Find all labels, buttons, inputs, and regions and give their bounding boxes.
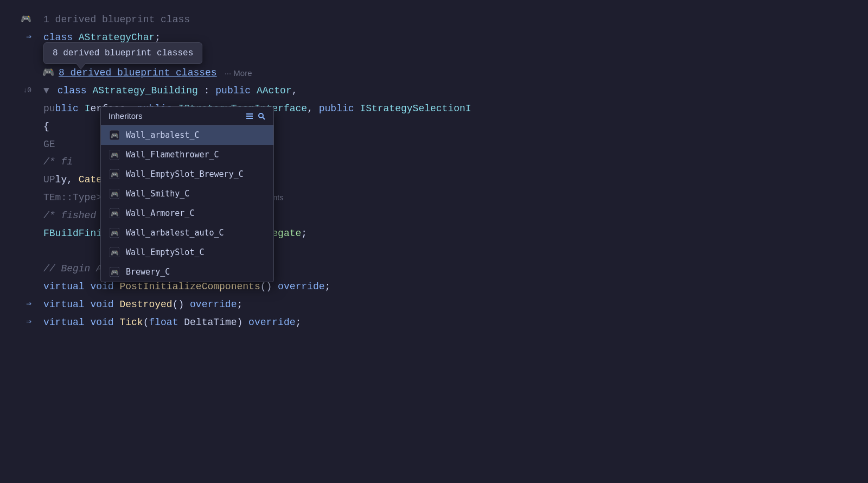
dropdown-item-5[interactable]: 🎮 Wall_arbalest_auto_C bbox=[101, 223, 273, 243]
dropdown-item-1[interactable]: 🎮 Wall_Flamethrower_C bbox=[101, 145, 273, 164]
dropdown-item-label-0: Wall_arbalest_C bbox=[126, 130, 199, 140]
blic-kw: blic bbox=[55, 103, 85, 114]
bp-icon-3: 🎮 bbox=[108, 188, 120, 200]
class-keyword-1: class bbox=[43, 32, 79, 43]
ge-partial: GE bbox=[43, 139, 55, 150]
dropdown-item-label-2: Wall_EmptySlot_Brewery_C bbox=[126, 169, 244, 179]
svg-text:🎮: 🎮 bbox=[111, 249, 119, 257]
svg-rect-1 bbox=[246, 116, 253, 117]
open-brace: { bbox=[43, 121, 49, 132]
te-partial: TE bbox=[43, 190, 55, 206]
dropdown-item-0[interactable]: 🎮 Wall_arbalest_C bbox=[101, 125, 273, 145]
bp-icon-0: 🎮 bbox=[108, 129, 120, 141]
gutter-virtual3: ⇒ bbox=[0, 315, 38, 329]
gutter-1: 🎮 bbox=[0, 13, 38, 27]
arrow-right-icon-2: ⇒ bbox=[26, 297, 31, 312]
override-kw-2: override bbox=[190, 299, 237, 310]
code-line-link[interactable]: 🎮 8 derived blueprint classes ··· More bbox=[0, 64, 868, 82]
func-name-2: Destroyed bbox=[119, 299, 172, 310]
tooltip-text: 8 derived blueprint classes bbox=[53, 48, 193, 58]
func-parens-1: () bbox=[260, 281, 278, 292]
dropdown-header: Inheritors bbox=[101, 107, 273, 125]
list-icon bbox=[245, 112, 254, 120]
func-name-1: PostInitializeComponents bbox=[119, 281, 260, 292]
svg-text:🎮: 🎮 bbox=[111, 209, 119, 218]
bp-icon-2: 🎮 bbox=[108, 168, 120, 180]
svg-text:🎮: 🎮 bbox=[111, 131, 119, 139]
search-icon[interactable] bbox=[257, 112, 266, 120]
svg-text:🎮: 🎮 bbox=[111, 229, 119, 237]
bp-icon-1: 🎮 bbox=[108, 149, 120, 161]
void-kw-2: void bbox=[90, 299, 119, 310]
virtual-kw-2: virtual bbox=[43, 299, 90, 310]
func-parens-3a: ( bbox=[143, 317, 149, 328]
dropdown-item-6[interactable]: 🎮 Wall_EmptySlot_C bbox=[101, 243, 273, 262]
svg-point-3 bbox=[259, 113, 263, 118]
link-row-content: 🎮 8 derived blueprint classes ··· More bbox=[38, 65, 868, 81]
func-parens-2: () bbox=[173, 299, 190, 310]
blueprint-gutter-icon-1: 🎮 bbox=[21, 13, 31, 27]
class-name-2: AStrategy_Building bbox=[92, 85, 197, 96]
void-kw-3: void bbox=[90, 317, 119, 328]
dropdown-item-label-5: Wall_arbalest_auto_C bbox=[126, 228, 224, 238]
gutter-virtual2: ⇒ bbox=[0, 297, 38, 312]
virtual-kw-1: virtual bbox=[43, 281, 90, 292]
fold-arrow[interactable]: ▼ bbox=[43, 85, 49, 96]
blueprint-class-icon-1: 🎮 bbox=[110, 150, 119, 160]
dropdown-item-label-6: Wall_EmptySlot_C bbox=[126, 247, 205, 257]
blueprint-class-icon-3: 🎮 bbox=[110, 189, 119, 199]
arrow-right-icon-3: ⇒ bbox=[26, 315, 31, 329]
code-line-4: ↓0 ▼ class AStrategy_Building : public A… bbox=[0, 82, 868, 100]
blueprint-icon-link: 🎮 bbox=[43, 68, 53, 78]
blueprint-class-icon-4: 🎮 bbox=[110, 208, 119, 218]
dropdown-item-label-7: Brewery_C bbox=[126, 267, 170, 277]
semi-virtual2: ; bbox=[237, 299, 242, 310]
svg-line-4 bbox=[263, 117, 265, 119]
delta-param: DeltaTime) bbox=[184, 317, 248, 328]
func-name-3: Tick bbox=[119, 317, 143, 328]
dropdown-header-icons bbox=[245, 112, 266, 120]
dropdown-item-label-3: Wall_Smithy_C bbox=[126, 189, 189, 199]
class-name-1: AStrategyChar bbox=[79, 32, 155, 43]
te-type: m::Type> bbox=[55, 190, 102, 206]
down-0-icon: ↓0 bbox=[23, 85, 31, 97]
public-kw-3: public bbox=[319, 103, 360, 114]
delegate-semi: ; bbox=[301, 228, 307, 239]
blueprint-class-icon-0: 🎮 bbox=[110, 130, 119, 140]
dropdown-item-2[interactable]: 🎮 Wall_EmptySlot_Brewery_C bbox=[101, 164, 273, 184]
override-kw-1: override bbox=[278, 281, 324, 292]
bp-icon-6: 🎮 bbox=[108, 246, 120, 258]
line1-count: 1 derived blueprint class bbox=[43, 14, 190, 25]
svg-text:🎮: 🎮 bbox=[111, 170, 119, 179]
bp-icon-7: 🎮 bbox=[108, 266, 120, 278]
interface1: I bbox=[85, 103, 91, 114]
tooltip-box: 8 derived blueprint classes bbox=[43, 42, 202, 64]
dropdown-item-7[interactable]: 🎮 Brewery_C bbox=[101, 262, 273, 282]
code-line-1: 🎮 1 derived blueprint class bbox=[0, 11, 868, 29]
bp-icon-5: 🎮 bbox=[108, 227, 120, 239]
override-kw-3: override bbox=[248, 317, 295, 328]
blueprint-class-icon-7: 🎮 bbox=[110, 267, 119, 277]
public-kw-1: public bbox=[215, 85, 257, 96]
float-kw: float bbox=[149, 317, 184, 328]
comma-2: , bbox=[307, 103, 319, 114]
pu-partial: pu bbox=[43, 103, 55, 114]
svg-text:🎮: 🎮 bbox=[111, 190, 119, 198]
comment1-partial: /* fi bbox=[43, 156, 73, 167]
blueprint-class-icon-2: 🎮 bbox=[110, 169, 119, 179]
line-virtual3-content: virtual void Tick(float DeltaTime) overr… bbox=[38, 315, 868, 331]
inheritors-dropdown: Inheritors 🎮 Wall_arbalest_C 🎮 Wall_Flam… bbox=[100, 106, 274, 282]
aactor: AActor bbox=[257, 85, 292, 96]
comment2-open: /* fi bbox=[43, 210, 73, 221]
dropdown-item-3[interactable]: 🎮 Wall_Smithy_C bbox=[101, 184, 273, 204]
colon: : bbox=[198, 85, 215, 96]
dropdown-item-label-1: Wall_Flamethrower_C bbox=[126, 150, 219, 160]
more-link[interactable]: ··· More bbox=[225, 67, 252, 80]
line1-content: 1 derived blueprint class bbox=[38, 12, 868, 28]
blueprint-class-icon-5: 🎮 bbox=[110, 228, 119, 238]
dropdown-item-4[interactable]: 🎮 Wall_Armorer_C bbox=[101, 204, 273, 223]
interface3: IStrategySelectionI bbox=[360, 103, 471, 114]
semi-virtual1: ; bbox=[325, 281, 331, 292]
line4-content: ▼ class AStrategy_Building : public AAct… bbox=[38, 83, 868, 99]
svg-text:🎮: 🎮 bbox=[111, 268, 119, 276]
